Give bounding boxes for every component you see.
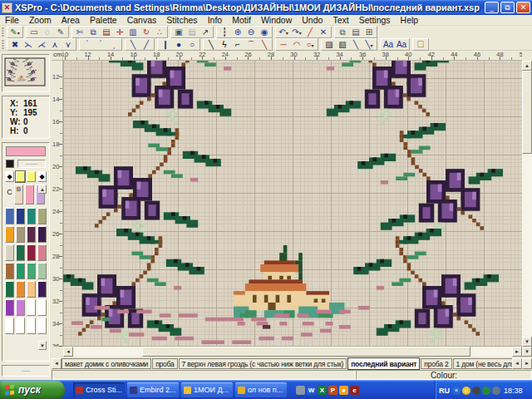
cut-icon[interactable]: ✄: [74, 27, 86, 37]
palette-scroll-down[interactable]: ▼: [38, 341, 47, 350]
palette-header-swatch[interactable]: B: [14, 185, 23, 204]
backstitch-multi-icon[interactable]: ϟ: [219, 39, 230, 50]
palette-swatch[interactable]: [5, 299, 14, 316]
half-fwd-icon[interactable]: ╱: [140, 39, 152, 50]
menu-item-text[interactable]: Text: [328, 15, 353, 25]
sheet-tab-2[interactable]: 7 верхн левая гроздь (с частью ниж ветки…: [179, 358, 347, 369]
palette-swatch[interactable]: [16, 244, 25, 261]
palette-swatch[interactable]: [37, 263, 47, 279]
thread-icon[interactable]: ┇: [219, 27, 230, 37]
move-icon[interactable]: ✛: [114, 27, 126, 37]
palette-swatch[interactable]: [37, 299, 47, 316]
sheet-copy-icon[interactable]: ⧉: [337, 27, 348, 37]
language-indicator[interactable]: RU: [439, 387, 450, 395]
toolbar-grip[interactable]: [2, 27, 4, 37]
full-stitch-icon[interactable]: ✖: [9, 39, 21, 50]
scroll-left-button[interactable]: ◄: [63, 347, 73, 357]
menu-item-canvas[interactable]: Canvas: [122, 15, 162, 25]
stitch-canvas[interactable]: [63, 61, 522, 347]
quarter-b-icon[interactable]: ˏ: [108, 39, 120, 50]
palette-swatch[interactable]: [5, 244, 14, 261]
powerpoint-icon[interactable]: P: [328, 386, 337, 395]
palette-swatch[interactable]: [16, 299, 25, 316]
sheet-tab-4[interactable]: проба 2: [421, 358, 451, 369]
palette-swatch[interactable]: [27, 208, 36, 224]
browser-icon[interactable]: e: [350, 386, 359, 395]
symbol-diamond-right[interactable]: ◆: [37, 171, 47, 182]
palette-swatch[interactable]: [5, 208, 14, 224]
menu-item-info[interactable]: Info: [203, 15, 228, 25]
menu-item-motif[interactable]: Motif: [227, 15, 256, 25]
palette-swatch[interactable]: [27, 226, 36, 243]
backstitch-red-icon[interactable]: ╲: [259, 39, 270, 50]
restore-button[interactable]: ⧉: [500, 2, 515, 13]
menu-item-window[interactable]: Window: [256, 15, 297, 25]
menu-item-undo[interactable]: Undo: [297, 15, 328, 25]
scroll-right-button[interactable]: ►: [512, 347, 522, 357]
sheet-export-icon[interactable]: ⊞: [363, 27, 375, 37]
palette-swatch[interactable]: [5, 226, 14, 243]
half-back-icon[interactable]: ╲: [127, 39, 139, 50]
task-button[interactable]: Cross Sti...: [73, 382, 125, 397]
palette-swatch[interactable]: [37, 318, 47, 334]
pattern-preview[interactable]: [2, 54, 50, 92]
draw-tool-icon[interactable]: ✎▾: [9, 27, 21, 37]
select-dashed-icon[interactable]: ☐: [415, 39, 426, 50]
palette-swatch[interactable]: [37, 208, 47, 224]
three-quarter-y-icon[interactable]: ⋎: [62, 39, 74, 50]
backstitch-corner-icon[interactable]: ⌐: [232, 39, 244, 50]
motif-line-alt-icon[interactable]: ╲▾: [363, 39, 375, 50]
pen-icon[interactable]: ╱: [304, 27, 316, 37]
motif-fill-icon[interactable]: ▨: [323, 39, 335, 50]
text-small-icon[interactable]: Aa: [382, 39, 394, 50]
symbol-yellow-selected[interactable]: [16, 171, 25, 182]
scroll-down-button[interactable]: ▼: [522, 337, 532, 347]
media-icon[interactable]: [296, 386, 305, 395]
select-edit-icon[interactable]: ✎: [55, 27, 66, 37]
tabs-scroll-left[interactable]: ◄: [52, 358, 62, 369]
three-quarter-bl-icon[interactable]: ⋏: [49, 39, 61, 50]
three-quarter-tl-icon[interactable]: ⋋: [22, 39, 34, 50]
zoom-actual-icon[interactable]: ◉: [259, 27, 270, 37]
rotate-icon[interactable]: ↻: [140, 27, 152, 37]
view-screen-icon[interactable]: ▣: [173, 27, 185, 37]
palette-swatch[interactable]: [5, 318, 14, 334]
palette-swatch[interactable]: [37, 244, 47, 261]
agent-icon[interactable]: ●: [339, 386, 348, 395]
paste-icon[interactable]: ▤: [101, 27, 112, 37]
antivirus-icon[interactable]: [482, 387, 490, 395]
task-button[interactable]: Embird 2...: [127, 382, 179, 397]
menu-item-palette[interactable]: Palette: [85, 15, 122, 25]
palette-swatch[interactable]: [16, 226, 25, 243]
sheet-tab-0[interactable]: макет домик с оливочками: [62, 358, 151, 369]
task-button[interactable]: ол нов п...: [235, 382, 287, 397]
palette-swatch[interactable]: [5, 281, 14, 298]
backstitch-arc-icon[interactable]: ⌒: [245, 39, 257, 50]
knot-line-icon[interactable]: ❙: [160, 39, 171, 50]
copy-icon[interactable]: ⧉: [87, 27, 99, 37]
palette-swatch[interactable]: [27, 244, 36, 261]
palette-swatch[interactable]: [16, 281, 25, 298]
start-button[interactable]: пуск: [0, 381, 65, 399]
select-lasso-icon[interactable]: ◌: [42, 27, 53, 37]
palette-swatch[interactable]: [27, 281, 36, 298]
three-quarter-tr-icon[interactable]: ⋌: [36, 39, 47, 50]
palette-swatch[interactable]: [37, 226, 47, 243]
mirror-icon[interactable]: ▥: [127, 27, 139, 37]
horizontal-scroll-thumb[interactable]: [142, 347, 470, 357]
knot-open-icon[interactable]: ○: [186, 39, 198, 50]
palette-swatch[interactable]: [27, 318, 36, 334]
circle-tool-icon[interactable]: ○▾: [304, 39, 316, 50]
close-button[interactable]: ✕: [516, 2, 530, 13]
symbol-diamond-left[interactable]: ◆: [5, 171, 14, 182]
line-tool-icon[interactable]: ─: [278, 39, 289, 50]
menu-item-zoom[interactable]: Zoom: [24, 15, 57, 25]
text-large-icon[interactable]: Aa: [396, 39, 407, 50]
palette-swatch[interactable]: [5, 263, 14, 279]
symbol-yellow[interactable]: [27, 171, 36, 182]
pointer-icon[interactable]: ↗: [200, 27, 211, 37]
hide-icons-icon[interactable]: «: [452, 387, 461, 395]
network-icon[interactable]: [492, 387, 500, 395]
black-swatch[interactable]: [6, 160, 14, 168]
palette-swatch[interactable]: [16, 318, 25, 334]
